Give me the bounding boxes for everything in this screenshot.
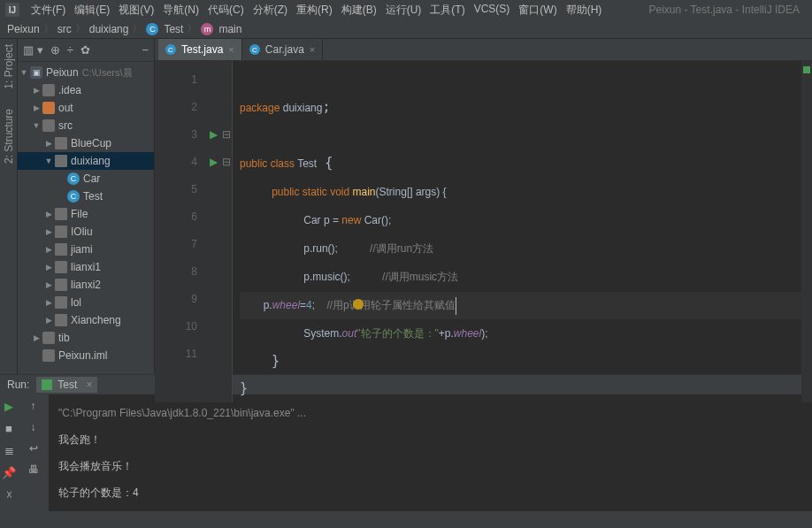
chevron-right-icon: 〉 [75,21,86,36]
menu-item[interactable]: 窗口(W) [514,1,561,19]
run-gutter: ▶▶ [204,61,222,402]
app-logo-icon: IJ [5,3,19,17]
menu-item[interactable]: VCS(S) [470,1,515,19]
package-icon [55,208,67,220]
project-tree[interactable]: ▼▣ PeixunC:\Users\晨 ▶.idea▶out▼src▶BlueC… [18,62,154,366]
run-actions-gutter: ▶ ■ ≣ 📌 ☓ [0,394,18,511]
tree-node[interactable]: ▼src [18,117,154,134]
package-icon [55,243,67,256]
close-icon[interactable]: × [228,44,234,55]
folder-icon [42,119,55,132]
menu-item[interactable]: 代码(C) [203,1,249,19]
package-icon [55,137,67,149]
tree-node[interactable]: CCar [18,170,154,187]
menu-item[interactable]: 编辑(E) [70,1,114,19]
pin-icon[interactable]: 📌 [2,466,16,479]
close-icon[interactable]: × [310,44,315,55]
console-actions-gutter: ↑ ↓ ↩ 🖶 [18,394,50,511]
stop-icon[interactable]: ■ [5,422,12,435]
tree-node[interactable]: Peixun.iml [18,347,154,364]
up-icon[interactable]: ↑ [31,400,36,412]
hide-icon[interactable]: − [142,43,149,57]
run-line-icon[interactable]: ▶ [210,156,218,168]
breadcrumb-item[interactable]: duixiang [89,23,129,35]
error-stripe[interactable] [801,61,812,402]
code-editor[interactable]: package duixiang; public class Test { pu… [233,61,801,402]
structure-tool-tab[interactable]: 2: Structure [1,107,17,165]
console-command: "C:\Program Files\Java\jdk1.8.0_221\bin\… [58,400,803,426]
target-icon[interactable]: ⊕ [50,43,60,57]
class-icon: C [67,172,80,185]
menu-item[interactable]: 分析(Z) [249,1,292,19]
tree-node[interactable]: ▶.idea [18,81,154,99]
menu-item[interactable]: 构建(B) [337,1,381,19]
run-line-icon[interactable]: ▶ [210,128,218,141]
menu-item[interactable]: 运行(U) [381,1,426,19]
folder-icon [42,84,55,96]
tree-node[interactable]: ▶lianxi1 [18,258,154,276]
tree-node[interactable]: ▶tib [18,329,154,347]
editor-tab[interactable]: CCar.java× [242,39,323,60]
menu-item[interactable]: 重构(R) [292,1,337,19]
method-icon: m [201,23,213,35]
tree-node[interactable]: CTest [18,187,154,205]
project-view-combo[interactable]: ▥ ▾ [23,43,43,57]
menu-item[interactable]: 工具(T) [425,1,469,19]
warning-icon[interactable] [353,299,364,310]
package-icon [55,314,67,326]
console-line: 我会播放音乐！ [58,453,803,479]
package-icon [55,155,67,167]
package-icon [55,261,67,273]
trash-icon[interactable]: ☓ [6,488,12,501]
tree-node[interactable]: ▶BlueCup [18,134,154,152]
line-numbers: 1234567891011 [155,61,204,402]
breadcrumb-project[interactable]: Peixun [7,23,40,35]
tree-node[interactable]: ▶File [18,205,154,223]
breadcrumb-method[interactable]: main [218,23,241,35]
gear-icon[interactable]: ✿ [80,43,90,57]
run-config-icon [42,379,52,390]
console-line: 轮子的个数是：4 [58,479,803,506]
console-line: 我会跑！ [58,426,803,453]
project-tool-tab[interactable]: 1: Project [1,42,17,91]
tree-node[interactable]: ▶jiami [18,241,154,258]
tree-node[interactable]: ▶Xiancheng [18,311,154,329]
class-icon: C [67,190,80,203]
folder-icon [42,102,55,114]
console-output[interactable]: "C:\Program Files\Java\jdk1.8.0_221\bin\… [50,394,812,511]
tree-root[interactable]: ▼▣ PeixunC:\Users\晨 [18,64,154,81]
print-icon[interactable]: 🖶 [28,463,39,476]
collapse-icon[interactable]: ÷ [67,43,73,57]
chevron-right-icon: 〉 [132,21,142,36]
wrap-icon[interactable]: ↩ [29,442,38,455]
chevron-right-icon: 〉 [187,21,197,36]
package-icon [55,279,67,291]
status-ok-icon [803,66,810,73]
breadcrumb-item[interactable]: src [57,23,72,35]
menu-item[interactable]: 视图(V) [114,1,158,19]
folder-icon [42,349,55,362]
navigation-bar: Peixun 〉 src 〉 duixiang 〉 C Test 〉 m mai… [0,19,812,39]
window-title: Peixun - Test.java - IntelliJ IDEA [648,4,807,16]
package-icon [55,296,67,309]
menu-item[interactable]: 帮助(H) [562,1,607,19]
menu-item[interactable]: 文件(F) [27,1,70,19]
editor-tab[interactable]: CTest.java× [158,39,242,60]
breadcrumb-class[interactable]: Test [164,23,183,35]
class-icon: C [249,44,260,55]
run-config-tab[interactable]: Test× [36,377,97,393]
rerun-icon[interactable]: ▶ [4,400,13,413]
sidebar-toolbar: ▥ ▾ ⊕ ÷ ✿ − [18,39,154,62]
left-tool-stripe: 1: Project 2: Structure [0,39,18,374]
menu-item[interactable]: 导航(N) [158,1,203,19]
layout-icon[interactable]: ≣ [4,444,14,457]
tree-node[interactable]: ▶out [18,99,154,117]
tree-node[interactable]: ▶lianxi2 [18,276,154,294]
tree-node[interactable]: ▶lol [18,294,154,311]
tree-node[interactable]: ▶IOliu [18,223,154,241]
down-icon[interactable]: ↓ [31,421,36,433]
package-icon [55,226,67,238]
run-panel-label: Run: [7,379,29,391]
tree-node[interactable]: ▼duixiang [18,152,154,170]
menu-bar: IJ 文件(F)编辑(E)视图(V)导航(N)代码(C)分析(Z)重构(R)构建… [0,0,812,19]
